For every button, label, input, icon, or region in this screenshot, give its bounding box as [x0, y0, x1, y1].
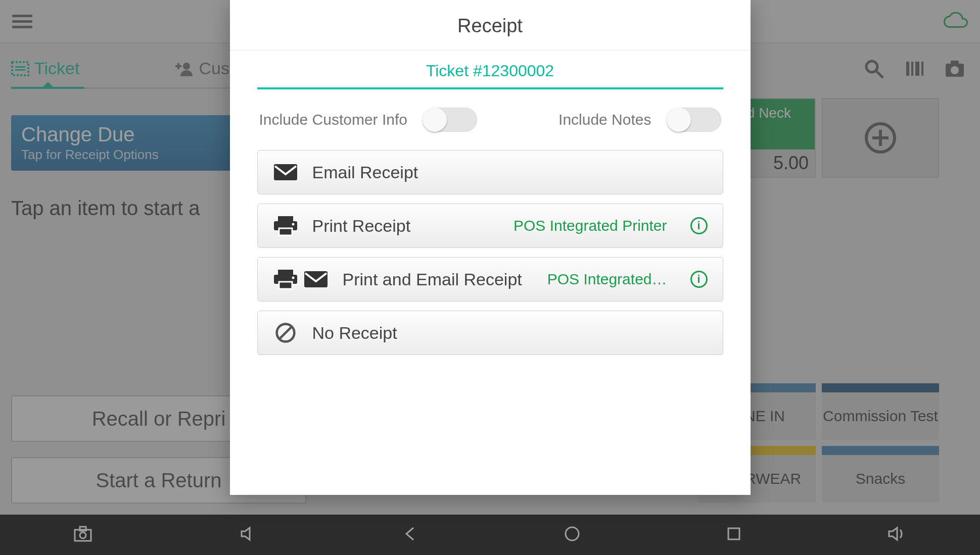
toggle-include-notes: Include Notes [558, 108, 721, 132]
print-email-receipt-info-icon[interactable]: i [690, 271, 708, 288]
print-email-receipt-printer: POS Integrated… [547, 271, 667, 288]
svg-rect-28 [278, 270, 293, 275]
svg-rect-30 [279, 282, 292, 289]
no-receipt-label: No Receipt [312, 323, 397, 343]
receipt-modal: Receipt Ticket #12300002 Include Custome… [230, 0, 751, 495]
email-icon [273, 162, 298, 183]
printer-email-icons [273, 269, 329, 290]
svg-point-27 [292, 223, 294, 226]
print-email-receipt-button[interactable]: Print and Email Receipt POS Integrated… … [257, 257, 723, 301]
svg-rect-26 [279, 228, 292, 235]
toggle-row: Include Customer Info Include Notes [257, 108, 723, 132]
toggle-customer-info: Include Customer Info [259, 108, 477, 132]
modal-body: Ticket #12300002 Include Customer Info I… [230, 51, 751, 384]
print-receipt-button[interactable]: Print Receipt POS Integrated Printer i [257, 204, 723, 248]
toggle-customer-info-label: Include Customer Info [259, 111, 407, 128]
print-email-receipt-label: Print and Email Receipt [343, 270, 522, 289]
svg-line-34 [279, 327, 292, 339]
modal-overlay[interactable]: Receipt Ticket #12300002 Include Custome… [0, 0, 980, 555]
print-receipt-printer: POS Integrated Printer [514, 217, 667, 234]
modal-title: Receipt [230, 0, 751, 51]
printer-icon [273, 215, 298, 236]
svg-rect-32 [304, 271, 328, 287]
block-icon [273, 322, 298, 343]
print-receipt-info-icon[interactable]: i [690, 217, 708, 234]
toggle-include-notes-label: Include Notes [558, 111, 651, 128]
svg-point-31 [292, 277, 294, 279]
svg-rect-24 [278, 216, 293, 221]
ticket-number-tab[interactable]: Ticket #12300002 [257, 51, 723, 89]
toggle-include-notes-switch[interactable] [667, 108, 721, 132]
toggle-customer-info-switch[interactable] [423, 108, 477, 132]
email-receipt-button[interactable]: Email Receipt [257, 150, 723, 194]
svg-rect-23 [274, 164, 297, 180]
no-receipt-button[interactable]: No Receipt [257, 311, 723, 355]
print-receipt-label: Print Receipt [312, 216, 411, 236]
email-receipt-label: Email Receipt [312, 163, 418, 182]
